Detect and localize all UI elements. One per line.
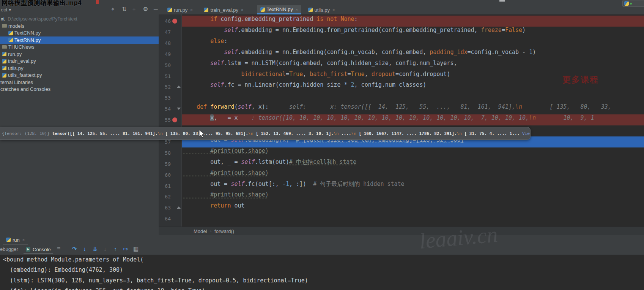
line-number: 54	[159, 103, 171, 114]
code-line-59[interactable]: out, _ = self.lstm(out)#_中包括cell和h state	[181, 158, 644, 170]
tab-label: run.py	[174, 7, 187, 13]
tooltip-value-text: \n	[158, 131, 163, 136]
python-file-icon	[2, 66, 6, 70]
code-line-53[interactable]	[181, 92, 644, 103]
locate-icon[interactable]: ⌖	[111, 6, 114, 13]
fold-down-icon[interactable]	[177, 108, 181, 110]
debugger-value-tooltip: {Tensor: (128, 10)} tensor([[ 14, 125, 5…	[0, 127, 531, 140]
python-file-icon	[2, 59, 6, 63]
tab-utils.py[interactable]: utils.py×	[305, 5, 339, 14]
code-token	[183, 71, 241, 78]
python-run-widget[interactable]	[622, 0, 644, 7]
code-line-64[interactable]	[181, 213, 644, 224]
settings-icon[interactable]: ⚙	[143, 6, 148, 13]
close-icon[interactable]: ×	[22, 238, 25, 242]
code-token: padding_idx	[430, 49, 467, 55]
code-token: out, _ =	[183, 158, 241, 165]
folder-icon	[2, 24, 7, 28]
sidebar-item-thucnews[interactable]: THUCNews	[0, 43, 159, 51]
run-to-cursor-icon[interactable]: ↦	[121, 246, 130, 252]
tooltip-view-link[interactable]: View	[520, 131, 531, 136]
minimize-icon[interactable]	[499, 0, 505, 2]
collapse-all-icon[interactable]: ⇅	[122, 6, 127, 13]
run-tool-window: run × ebugger ▶ Console ≡ ↷↓⇊↓↑↦▦ <bound…	[0, 235, 644, 290]
code-line-61[interactable]: out = self.fc(out[:, -1, :]) # 句子最后时刻的 h…	[181, 181, 644, 192]
close-icon[interactable]: ×	[332, 8, 335, 12]
project-selector[interactable]: ect ▾	[1, 7, 11, 13]
force-step-into-icon[interactable]: ⇊	[91, 246, 99, 252]
code-token: else	[183, 38, 224, 44]
tab-run.py[interactable]: run.py×	[164, 5, 196, 14]
breadcrumb: Model › forward()	[159, 227, 644, 235]
code-line-46[interactable]: if config.embedding_pretrained is not No…	[181, 16, 644, 27]
sidebar-item-models[interactable]: models	[0, 22, 159, 30]
code-editor[interactable]: if config.embedding_pretrained is not No…	[159, 14, 644, 227]
breadcrumb-item-method[interactable]: forward()	[214, 228, 234, 234]
fold-up-icon[interactable]	[177, 206, 181, 209]
breadcrumb-item-class[interactable]: Model	[194, 228, 207, 234]
code-line-50[interactable]: self.lstm = nn.LSTM(config.embed, config…	[181, 60, 644, 71]
tab-run[interactable]: run ×	[3, 236, 28, 245]
divider-icon[interactable]: ÷	[132, 6, 135, 12]
code-line-54[interactable]: def forward(self, x): self: x: tensor([[…	[181, 103, 644, 114]
code-line-60[interactable]: #print(out.shape)	[181, 170, 644, 181]
tooltip-value-text: \n	[351, 131, 356, 136]
code-line-63[interactable]: return out	[181, 202, 644, 213]
close-icon[interactable]: ×	[190, 8, 192, 12]
tab-console[interactable]: ▶ Console	[24, 245, 53, 254]
sidebar-item-utils-py[interactable]: utils.py	[0, 65, 159, 72]
code-line-58[interactable]: #print(out.shape)	[181, 147, 644, 158]
sidebar-item-cratches-and-consoles[interactable]: cratches and Consoles	[0, 86, 159, 93]
hide-panel-icon[interactable]: ─	[154, 6, 158, 12]
code-line-62[interactable]: #print(out.shape)	[181, 191, 644, 202]
code-line-47[interactable]: self.embedding = nn.Embedding.from_pretr…	[181, 27, 644, 38]
code-token: False	[505, 27, 522, 33]
editor-gutter[interactable]: 46474849505152535455565758596061626364	[159, 14, 182, 227]
sidebar-item-utils-fasttext-py[interactable]: utils_fasttext.py	[0, 71, 159, 79]
line-number: 55	[159, 114, 171, 125]
sidebar-item-ternal-libraries[interactable]: ternal Libraries	[0, 79, 159, 86]
fold-up-icon[interactable]	[177, 86, 181, 88]
tab-TextRNN.py[interactable]: TextRNN.py×	[257, 5, 302, 14]
step-into-icon[interactable]: ↓	[80, 246, 89, 252]
code-token: x	[210, 114, 214, 121]
smart-step-into-icon[interactable]: ↓	[101, 246, 109, 252]
tab-train_eval.py[interactable]: train_eval.py×	[200, 5, 247, 14]
recording-mark	[96, 0, 99, 4]
sidebar-item-run-py[interactable]: run.py	[0, 51, 159, 58]
step-out-icon[interactable]: ↑	[111, 246, 120, 252]
layout-settings-icon[interactable]: ≡	[57, 246, 60, 252]
folder-icon	[2, 45, 7, 49]
close-icon[interactable]: ×	[296, 7, 298, 12]
sidebar-item-textcnn-py[interactable]: TextCNN.py	[0, 29, 159, 36]
console-output[interactable]: <bound method Module.parameters of Model…	[0, 255, 644, 290]
tooltip-value-text: {Tensor: (128, 10)}	[2, 131, 52, 136]
python-file-icon	[2, 73, 6, 78]
code-line-49[interactable]: self.embedding = nn.Embedding(config.n_v…	[181, 49, 644, 60]
sidebar-item-textrnn-py[interactable]: TextRNN.py	[0, 36, 159, 44]
code-token: , :])	[289, 181, 313, 187]
code-token: )	[532, 49, 536, 55]
code-line-55[interactable]: x, _ = x _: tensor([10, 10, 10, 10, 10, …	[181, 114, 644, 125]
code-token	[183, 27, 224, 33]
code-token: self	[224, 49, 238, 55]
sidebar-item-train-eval-py[interactable]: train_eval.py	[0, 57, 159, 65]
code-token: , x):	[252, 103, 269, 110]
breakpoint-icon[interactable]	[172, 19, 177, 24]
line-number: 64	[159, 213, 171, 224]
line-number: 50	[159, 60, 171, 71]
code-line-48[interactable]: else:	[181, 38, 644, 49]
evaluate-expression-icon[interactable]: ▦	[132, 246, 140, 252]
line-number: 51	[159, 71, 171, 82]
close-icon[interactable]: ×	[241, 8, 243, 12]
step-over-icon[interactable]: ↷	[70, 246, 79, 252]
sidebar-item-label: cratches and Consoles	[0, 86, 50, 92]
breakpoint-icon[interactable]	[172, 117, 177, 122]
code-token	[183, 60, 210, 67]
tab-debugger[interactable]: ebugger	[0, 246, 18, 252]
line-number: 53	[159, 92, 171, 103]
sidebar-item-xt[interactable]: xtD:\eclipse-workspace\PyTorch\text	[0, 15, 159, 22]
sidebar-item-label: utils.py	[8, 65, 23, 71]
sidebar-item-label: TextRNN.py	[14, 37, 41, 43]
mouse-cursor	[199, 130, 205, 138]
